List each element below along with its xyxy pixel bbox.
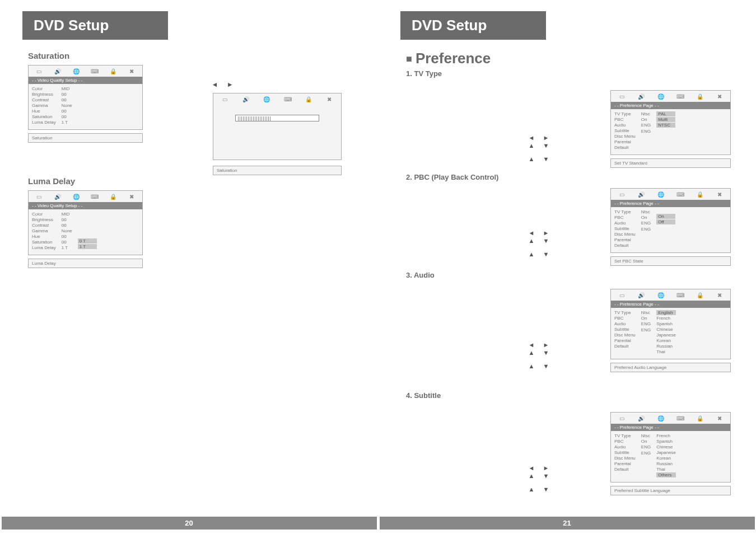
- arrow-ud: ▲ ▼: [524, 142, 557, 149]
- arrow-lr: ◄ ►: [524, 465, 557, 471]
- list-item: ENG: [641, 227, 651, 232]
- subtitle-label: 4. Subtitle: [406, 391, 756, 400]
- speaker-icon: 🔊: [53, 193, 62, 200]
- option-item[interactable]: NTSC: [656, 123, 675, 128]
- subtitle-footer: Preferred Subtitle Language: [610, 486, 731, 495]
- keyboard-icon: ⌨: [676, 415, 685, 421]
- option-item[interactable]: Russian: [656, 461, 676, 466]
- list-item: TV Type: [614, 433, 636, 438]
- list-item: Hue: [32, 234, 56, 239]
- lock-icon: 🔒: [304, 96, 313, 102]
- option-item[interactable]: Thai: [656, 467, 676, 472]
- list-item: Audio: [614, 123, 636, 128]
- osd-header: - - Preference Page - -: [611, 424, 730, 431]
- tv-icon: ▭: [617, 93, 626, 100]
- list-item: MID: [62, 86, 72, 91]
- option-item[interactable]: On: [656, 214, 675, 219]
- list-item: 00: [62, 217, 72, 222]
- left-page: DVD Setup Saturation ▭ 🔊 🌐 ⌨ 🔒 ✖ - - Vid…: [0, 0, 378, 534]
- option-item[interactable]: Others: [656, 472, 676, 477]
- lock-icon: 🔒: [696, 93, 704, 100]
- keyboard-icon: ⌨: [90, 68, 99, 74]
- list-item: Contrast: [32, 97, 56, 102]
- speaker-icon: 🔊: [637, 93, 646, 100]
- luma-osd: ▭ 🔊 🌐 ⌨ 🔒 ✖ - - Video Quality Setup - - …: [28, 190, 143, 255]
- keyboard-icon: ⌨: [676, 191, 685, 198]
- list-item: Color: [32, 212, 56, 217]
- option-item[interactable]: English: [656, 310, 676, 315]
- option-item[interactable]: Russian: [656, 344, 676, 349]
- list-item: Default: [614, 467, 636, 472]
- lock-icon: 🔒: [696, 415, 704, 421]
- arrow-lr: ◄ ►: [524, 229, 557, 236]
- list-item: 1 T: [62, 120, 72, 125]
- option-item[interactable]: Chinese: [656, 444, 676, 449]
- osd-options-col: English French Spanish Chinese Japanese …: [656, 310, 676, 354]
- osd-item-col: TV Type PBC Audio Subtitle Disc Menu Par…: [614, 310, 636, 354]
- close-icon: ✖: [127, 68, 136, 74]
- arrow-ud2: ▲ ▼: [524, 486, 557, 493]
- osd-icon-row: ▭ 🔊 🌐 ⌨ 🔒 ✖: [29, 65, 142, 77]
- globe-icon: 🌐: [656, 415, 665, 421]
- osd-options-col: 0 T 1 T: [78, 238, 97, 250]
- option-item[interactable]: Korean: [656, 456, 676, 461]
- list-item: Disc Menu: [614, 232, 636, 237]
- list-item: PBC: [614, 439, 636, 444]
- osd-item-col: Color Brightness Contrast Gamma Hue Satu…: [32, 86, 56, 125]
- option-item[interactable]: PAL: [656, 111, 675, 116]
- pbc-footer: Set PBC State: [610, 256, 731, 266]
- list-item: None: [62, 228, 72, 233]
- list-item: ENG: [641, 221, 651, 226]
- page-title: DVD Setup: [22, 11, 168, 40]
- option-item[interactable]: Japanese: [656, 450, 676, 455]
- list-item: Brightness: [32, 217, 56, 222]
- list-item: On: [641, 117, 651, 122]
- option-item[interactable]: Spanish: [656, 439, 676, 444]
- saturation-footer: Saturation: [28, 133, 143, 143]
- option-item[interactable]: Off: [656, 219, 675, 224]
- list-item: Parental: [614, 461, 636, 466]
- option-item[interactable]: 1 T: [78, 244, 97, 249]
- option-item[interactable]: French: [656, 433, 676, 438]
- keyboard-icon: ⌨: [676, 292, 685, 298]
- list-item: TV Type: [614, 111, 636, 116]
- close-icon: ✖: [325, 96, 334, 102]
- list-item: Contrast: [32, 223, 56, 228]
- option-item[interactable]: Spanish: [656, 321, 676, 326]
- option-item[interactable]: Korean: [656, 338, 676, 343]
- list-item: On: [641, 316, 651, 321]
- tv-icon: ▭: [617, 415, 626, 421]
- list-item: Parental: [614, 139, 636, 144]
- arrow-block: ◄ ► ▲ ▼ ▲ ▼: [524, 229, 557, 257]
- osd-item-col: Color Brightness Contrast Gamma Hue Satu…: [32, 212, 56, 250]
- option-item[interactable]: Thai: [656, 349, 676, 354]
- page-number-left: 20: [2, 517, 377, 530]
- arrow-lr: ◄ ►: [524, 134, 557, 141]
- right-page: DVD Setup Preference 1. TV Type ▭🔊🌐⌨🔒✖ -…: [378, 0, 756, 534]
- keyboard-icon: ⌨: [676, 93, 685, 100]
- osd-value-col: Ntsc On ENG ENG: [641, 433, 651, 477]
- list-item: Default: [614, 243, 636, 248]
- saturation-slider-osd: ▭ 🔊 🌐 ⌨ 🔒 ✖: [213, 93, 342, 160]
- option-item[interactable]: French: [656, 316, 676, 321]
- arrow-ud2: ▲ ▼: [524, 363, 557, 369]
- close-icon: ✖: [715, 93, 724, 100]
- page-number-right: 21: [380, 517, 755, 530]
- list-item: 00: [62, 92, 72, 97]
- speaker-icon: 🔊: [241, 96, 250, 102]
- list-item: ENG: [641, 321, 651, 326]
- list-item: Hue: [32, 109, 56, 114]
- osd-item-col: TV Type PBC Audio Subtitle Disc Menu Par…: [614, 111, 636, 150]
- saturation-slider[interactable]: [235, 115, 319, 121]
- option-item[interactable]: Chinese: [656, 327, 676, 332]
- option-item[interactable]: Multi: [656, 117, 675, 122]
- list-item: Gamma: [32, 103, 56, 108]
- option-item[interactable]: 0 T: [78, 238, 97, 243]
- globe-icon: 🌐: [72, 193, 81, 200]
- globe-icon: 🌐: [656, 292, 665, 298]
- osd-value-col: Ntsc On ENG ENG: [641, 209, 651, 248]
- arrow-ud: ▲ ▼: [524, 349, 557, 356]
- list-item: MID: [62, 212, 72, 217]
- option-item[interactable]: Japanese: [656, 332, 676, 338]
- osd-value-col: MID 00 00 None 00 00 1 T: [62, 212, 72, 250]
